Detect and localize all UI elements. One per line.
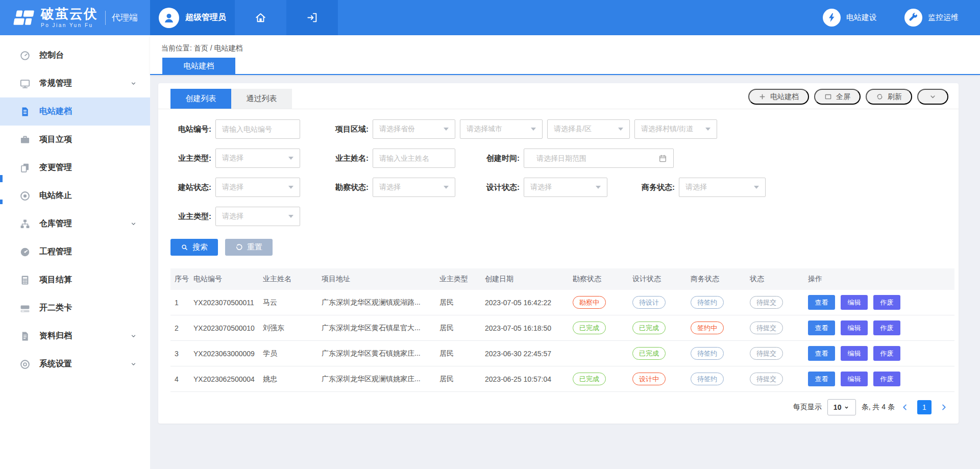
column-header: 操作: [808, 275, 954, 284]
logout-button[interactable]: [286, 0, 338, 35]
cell-no: 1: [170, 299, 193, 307]
pagination-prefix: 每页显示: [793, 403, 822, 412]
edit-button[interactable]: 编辑: [841, 372, 868, 386]
brand-text: 破茧云伏 Po Jian Yun Fu: [41, 7, 98, 28]
sidebar-scrollbar-mark: [0, 200, 3, 204]
sidebar-item-calculator[interactable]: 项目结算: [0, 266, 150, 294]
void-button[interactable]: 作废: [873, 295, 900, 310]
cell-type: 居民: [439, 324, 485, 333]
edit-button[interactable]: 编辑: [841, 295, 868, 310]
filter-select[interactable]: 请选择: [215, 178, 300, 197]
sidebar-item-label: 工程管理: [39, 246, 137, 257]
business-status-badge: 签约中: [691, 322, 724, 334]
sidebar-item-label: 项目立项: [39, 134, 137, 145]
brand: 破茧云伏 Po Jian Yun Fu 代理端: [0, 0, 150, 35]
quick-nav-item-0[interactable]: 电站建设: [823, 9, 877, 27]
card-head: 创建列表通过列表 电站建档全屏刷新: [158, 83, 959, 109]
filter-group: 业主类型:请选择: [170, 207, 300, 226]
sidebar-item-archive[interactable]: 资料归档: [0, 322, 150, 350]
table-row: 2YX2023070500010刘强东广东深圳龙华区黄石镇星官大...居民202…: [170, 315, 954, 341]
column-header: 创建日期: [485, 275, 573, 284]
business-status-cell: 待签约: [691, 347, 750, 360]
view-button[interactable]: 查看: [808, 320, 835, 335]
table-body: 1YX2023070500011马云广东深圳龙华区观澜镇观湖路...居民2023…: [170, 290, 954, 392]
filter-select[interactable]: 请选择城市: [460, 119, 543, 139]
chevdown-icon: [130, 333, 137, 339]
target-icon: [19, 190, 31, 202]
filter-group: 创建时间:: [479, 149, 674, 168]
sidebar-item-gauge[interactable]: 工程管理: [0, 238, 150, 266]
tab-0[interactable]: 创建列表: [170, 89, 231, 109]
next-page-icon[interactable]: [939, 403, 948, 412]
filter-select[interactable]: 请选择: [215, 149, 300, 168]
filter-label: 业主姓名:: [328, 154, 373, 163]
cell-address: 广东深圳龙华区黄石镇星官大...: [322, 324, 439, 333]
cell-created: 2023-07-05 16:18:50: [485, 324, 573, 332]
cell-address: 广东深圳龙华区观澜镇姚家庄...: [322, 375, 439, 384]
sidebar-item-card[interactable]: 开二类卡: [0, 294, 150, 322]
sidebar-item-document[interactable]: 电站建档: [0, 97, 150, 126]
filter-form: 电站编号:项目区域:请选择省份请选择城市请选择县/区请选择村镇/街道业主类型:请…: [158, 109, 959, 226]
main-area: 当前位置: 首页 / 电站建档 电站建档 创建列表通过列表 电站建档全屏刷新 电…: [150, 35, 980, 469]
filter-select[interactable]: 请选择县/区: [547, 119, 630, 139]
edit-button[interactable]: 编辑: [841, 346, 868, 361]
prev-page-icon[interactable]: [900, 403, 910, 412]
design-status-cell: 设计中: [632, 373, 691, 385]
view-button[interactable]: 查看: [808, 372, 835, 386]
sidebar-scrollbar-mark: [0, 175, 3, 182]
filter-input[interactable]: [373, 149, 455, 167]
status-badge: 待提交: [750, 322, 783, 334]
void-button[interactable]: 作废: [873, 320, 900, 335]
view-button[interactable]: 查看: [808, 346, 835, 361]
home-button[interactable]: [235, 0, 286, 35]
toolbar-action-fullscreen[interactable]: 全屏: [814, 89, 861, 105]
status-cell: 待提交: [750, 373, 808, 385]
filter-select[interactable]: 请选择: [373, 178, 455, 197]
breadcrumb-path[interactable]: 首页 / 电站建档: [194, 44, 243, 52]
cell-address: 广东深圳龙华区黄石镇姚家庄...: [322, 349, 439, 358]
page-size-select[interactable]: 10: [827, 399, 856, 415]
edit-button[interactable]: 编辑: [841, 320, 868, 335]
toolbar-action-refresh[interactable]: 刷新: [866, 89, 912, 105]
filter-label: 商务状态:: [634, 183, 679, 192]
sidebar-item-sitemap[interactable]: 仓库管理: [0, 210, 150, 238]
view-button[interactable]: 查看: [808, 295, 835, 310]
current-page-button[interactable]: 1: [917, 400, 932, 414]
document-icon: [19, 106, 31, 117]
tab-1[interactable]: 通过列表: [231, 89, 292, 109]
dashboard-icon: [19, 50, 31, 61]
filter-select[interactable]: 请选择村镇/街道: [634, 119, 717, 139]
filter-input[interactable]: [216, 120, 300, 138]
table-row: 3YX2023063000009学员广东深圳龙华区黄石镇姚家庄...居民2023…: [170, 341, 954, 366]
cell-no: 3: [170, 350, 193, 358]
toolbar-action-plus[interactable]: 电站建档: [748, 89, 809, 105]
filter-select[interactable]: 请选择: [524, 178, 607, 197]
filter-select[interactable]: 请选择: [215, 207, 300, 226]
filter-select[interactable]: 请选择: [679, 178, 766, 197]
sidebar-item-files[interactable]: 变更管理: [0, 154, 150, 182]
reset-button[interactable]: 重置: [225, 239, 273, 256]
quick-nav-item-1[interactable]: 监控运维: [904, 9, 959, 27]
sidebar-item-briefcase[interactable]: 项目立项: [0, 126, 150, 154]
sidebar-item-target[interactable]: 电站终止: [0, 182, 150, 210]
cell-address: 广东深圳龙华区观澜镇观湖路...: [322, 298, 439, 307]
cell-no: 4: [170, 375, 193, 383]
sidebar-item-dashboard[interactable]: 控制台: [0, 41, 150, 69]
toolbar-action-chevdown[interactable]: [917, 89, 948, 105]
daterange-input[interactable]: [530, 149, 658, 167]
filter-select[interactable]: 请选择省份: [373, 119, 455, 139]
search-button[interactable]: 搜索: [170, 239, 218, 256]
caret-down-icon: [844, 405, 849, 410]
filter-daterange[interactable]: [524, 149, 674, 168]
void-button[interactable]: 作废: [873, 346, 900, 361]
sidebar-item-gear[interactable]: 系统设置: [0, 350, 150, 378]
brand-portal: 代理端: [112, 12, 138, 23]
column-header: 勘察状态: [573, 275, 632, 284]
archive-icon: [19, 331, 31, 342]
sidebar-item-monitor[interactable]: 常规管理: [0, 69, 150, 97]
person-icon: [162, 11, 176, 24]
user-menu[interactable]: 超级管理员: [150, 0, 235, 35]
select-placeholder: 请选择县/区: [554, 125, 592, 134]
void-button[interactable]: 作废: [873, 372, 900, 386]
page-tab[interactable]: 电站建档: [162, 58, 235, 74]
